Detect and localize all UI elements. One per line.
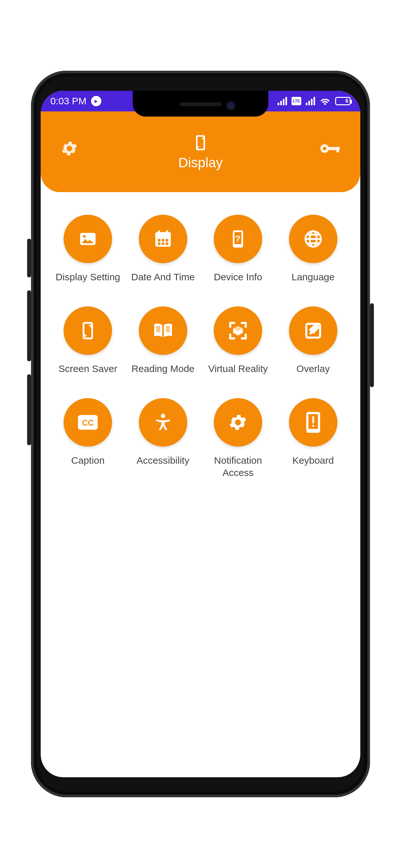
- display-icon: [191, 134, 210, 152]
- svg-rect-34: [312, 425, 314, 427]
- tile-label: Overlay: [297, 363, 330, 375]
- svg-rect-13: [162, 239, 164, 242]
- power-btn: [370, 303, 374, 387]
- tile-label: Display Setting: [56, 271, 120, 283]
- status-right: LTE 6: [278, 97, 351, 105]
- svg-rect-18: [158, 230, 160, 234]
- signal-icon-1: [278, 97, 287, 105]
- tile-label: Device Info: [214, 271, 262, 283]
- overlay-icon: [289, 306, 337, 355]
- page-title: Display: [178, 155, 223, 170]
- svg-rect-15: [158, 243, 160, 245]
- svg-text:?: ?: [235, 234, 241, 244]
- svg-rect-33: [312, 416, 314, 423]
- tile-caption[interactable]: CC Caption: [54, 398, 122, 478]
- caption-icon: CC: [64, 398, 112, 446]
- accessibility-icon: [139, 398, 187, 446]
- signal-icon-2: [306, 97, 315, 105]
- tile-device-info[interactable]: ? Device Info: [204, 215, 273, 283]
- phone-bezel: 0:03 PM ▸ LTE 6: [41, 91, 360, 777]
- battery-icon: 6: [335, 97, 351, 105]
- tile-label: Reading Mode: [131, 363, 194, 375]
- volume-down-btn: [27, 290, 31, 361]
- volte-icon: LTE: [291, 97, 301, 105]
- book-icon: [139, 306, 187, 355]
- tile-virtual-reality[interactable]: Virtual Reality: [204, 306, 273, 375]
- tile-language[interactable]: Language: [279, 215, 348, 283]
- svg-rect-19: [166, 230, 168, 234]
- svg-rect-16: [162, 243, 164, 245]
- svg-rect-11: [155, 232, 171, 237]
- device-help-icon: ?: [214, 215, 262, 263]
- tile-reading-mode[interactable]: Reading Mode: [129, 306, 197, 375]
- tile-label: Screen Saver: [58, 363, 117, 375]
- tile-label: Keyboard: [292, 454, 334, 467]
- svg-rect-17: [166, 243, 168, 245]
- tile-display-setting[interactable]: Display Setting: [54, 215, 122, 283]
- vr-icon: [214, 306, 262, 355]
- screensaver-icon: [64, 306, 112, 355]
- wifi-icon: [320, 97, 331, 105]
- tile-keyboard[interactable]: Keyboard: [279, 398, 348, 478]
- tile-screen-saver[interactable]: Screen Saver: [54, 306, 122, 375]
- notch: [133, 91, 268, 117]
- svg-text:CC: CC: [82, 418, 94, 427]
- svg-point-30: [161, 414, 165, 418]
- app-header: Display: [41, 112, 360, 192]
- keyboard-device-icon: [289, 398, 337, 446]
- tiles-grid: Display Setting Date And Time ? Device I…: [41, 192, 360, 478]
- gear-solid-icon: [214, 398, 262, 446]
- calendar-icon: [139, 215, 187, 263]
- tile-accessibility[interactable]: Accessibility: [129, 398, 197, 478]
- tile-overlay[interactable]: Overlay: [279, 306, 348, 375]
- screen-record-icon: ▸: [91, 96, 101, 106]
- volume-up-btn: [27, 239, 31, 277]
- screen: 0:03 PM ▸ LTE 6: [41, 91, 360, 777]
- status-time: 0:03 PM: [50, 96, 87, 106]
- svg-rect-12: [158, 239, 160, 242]
- tile-label: Date And Time: [131, 271, 195, 283]
- silent-switch: [27, 374, 31, 445]
- tile-label: Virtual Reality: [208, 363, 268, 375]
- tile-label: Accessibility: [136, 454, 189, 467]
- status-left: 0:03 PM ▸: [50, 96, 101, 106]
- svg-point-7: [83, 235, 86, 238]
- tile-label: Caption: [71, 454, 104, 467]
- tile-label: Notification Access: [204, 454, 273, 478]
- header-center: Display: [41, 120, 360, 184]
- tile-date-and-time[interactable]: Date And Time: [129, 215, 197, 283]
- phone-frame: 0:03 PM ▸ LTE 6: [31, 71, 370, 797]
- globe-icon: [289, 215, 337, 263]
- svg-rect-14: [166, 239, 168, 242]
- image-icon: [64, 215, 112, 263]
- tile-notification-access[interactable]: Notification Access: [204, 398, 273, 478]
- tile-label: Language: [291, 271, 335, 283]
